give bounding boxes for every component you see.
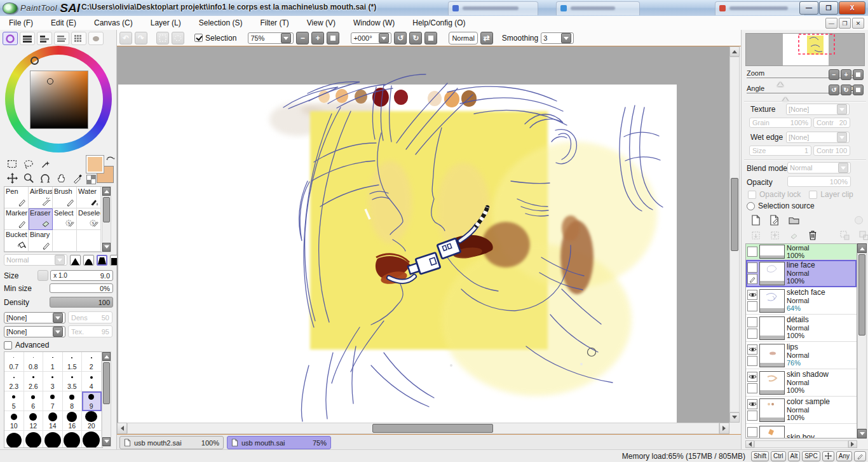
mdi-restore-button[interactable]: ❐ <box>839 18 851 29</box>
zoom-select[interactable]: 75% <box>248 32 294 44</box>
paste-icon[interactable] <box>856 228 868 242</box>
menu-layer[interactable]: Layer (L) <box>142 17 190 29</box>
merge-down-icon[interactable] <box>767 228 782 242</box>
menu-help-config[interactable]: Help/Config (O) <box>403 17 474 29</box>
brush-edge-select[interactable]: Normal <box>4 254 67 266</box>
tool-deselect[interactable]: Deselect <box>77 208 101 230</box>
layer-visibility-checkbox[interactable] <box>747 372 757 382</box>
layer-mask-icon[interactable] <box>851 213 866 227</box>
layer-visibility-checkbox[interactable] <box>747 427 757 437</box>
layer-list-vscroll-thumb[interactable] <box>858 254 865 336</box>
hand-tool-icon[interactable] <box>53 171 70 185</box>
tool-marker[interactable]: Marker <box>4 208 29 230</box>
menu-edit[interactable]: Edit (E) <box>42 17 85 29</box>
size-cell[interactable]: 3 <box>43 372 63 391</box>
move-tool-icon[interactable] <box>4 171 20 185</box>
layer-row-lips[interactable]: lips Normal 76% <box>746 342 857 369</box>
layer-list-horizontal-scrollbar[interactable] <box>745 440 857 448</box>
transparent-color-swatch[interactable] <box>86 175 96 184</box>
navigator-thumbnail[interactable] <box>745 33 865 66</box>
layer-clip-checkbox[interactable] <box>747 411 757 421</box>
layer-clip-checkbox[interactable] <box>747 438 757 439</box>
layer-clip-checkbox[interactable] <box>747 383 757 393</box>
texture-contrast-box[interactable]: Contr20 <box>813 118 850 128</box>
size-cell-selected[interactable]: 9 <box>82 391 102 411</box>
select-pixels-icon[interactable] <box>837 228 852 242</box>
layer-clip-checkbox[interactable] <box>809 191 817 199</box>
nav-zoom-reset-button[interactable] <box>853 69 864 80</box>
min-size-bar[interactable]: 0% <box>50 283 113 293</box>
magic-wand-tool-icon[interactable] <box>37 157 53 171</box>
texture-slot2-select[interactable]: [None] <box>4 326 65 337</box>
size-cell[interactable]: 0.7 <box>4 352 24 372</box>
blend-mode-select[interactable]: Normal <box>787 162 851 173</box>
scratchpad-tab-icon[interactable] <box>88 32 104 45</box>
layer-visibility-checkbox[interactable] <box>747 317 757 327</box>
wet-edge-size-bar[interactable]: Size1 <box>749 146 811 156</box>
new-lineart-layer-icon[interactable] <box>767 213 782 227</box>
size-cell[interactable] <box>24 431 44 448</box>
layer-row-skin-shadow[interactable]: skin shadow Normal 100% <box>746 369 857 397</box>
layer-visibility-checkbox[interactable] <box>747 262 757 273</box>
float-selection-button[interactable] <box>156 32 169 44</box>
zoom-tool-icon[interactable] <box>20 171 37 185</box>
rotate-canvas-tool-icon[interactable] <box>37 171 53 185</box>
layer-clip-checkbox[interactable] <box>747 301 757 311</box>
delete-layer-icon[interactable] <box>805 228 820 242</box>
tool-brush[interactable]: Brush <box>53 187 77 208</box>
size-cell[interactable]: 16 <box>63 411 83 431</box>
tool-binary[interactable]: Binary <box>29 230 53 252</box>
mixed-slider-tab-icon[interactable] <box>54 32 69 45</box>
layer-visibility-checkbox[interactable] <box>747 399 757 409</box>
menu-file[interactable]: File (F) <box>0 17 42 29</box>
smoothing-select[interactable]: 3 <box>541 32 574 44</box>
canvas-vscroll-thumb[interactable] <box>731 178 738 251</box>
sv-marker[interactable] <box>47 78 53 85</box>
layer-visibility-checkbox[interactable] <box>747 344 757 355</box>
texture-slot1-value[interactable]: Dens50 <box>68 311 112 323</box>
swap-colors-icon[interactable] <box>106 156 115 165</box>
size-unit-button[interactable] <box>37 270 48 281</box>
document-tab-usb-mouth[interactable]: usb mouth.sai 75% <box>227 436 331 449</box>
advanced-checkbox[interactable] <box>4 341 12 350</box>
brush-shape-trapezoid-icon[interactable] <box>97 255 107 266</box>
size-cell[interactable] <box>82 431 102 448</box>
flip-horizontal-button[interactable]: ⇄ <box>480 32 493 44</box>
document-tab-usb-mouth2[interactable]: usb mouth2.sai 100% <box>119 436 224 449</box>
undo-button[interactable]: ↶ <box>119 32 132 44</box>
size-value-bar[interactable]: x 1.09.0 <box>50 270 113 281</box>
opacity-bar[interactable]: 100% <box>787 176 851 187</box>
swatches-tab-icon[interactable] <box>71 32 86 45</box>
size-cell[interactable]: 10 <box>4 411 24 431</box>
size-cell[interactable]: 2.3 <box>4 372 24 391</box>
nav-zoom-out-button[interactable]: − <box>829 69 839 80</box>
eyedropper-tool-icon[interactable] <box>70 171 86 185</box>
menu-selection[interactable]: Selection (S) <box>190 17 252 29</box>
layer-row-partial[interactable]: Normal 100% <box>746 244 857 260</box>
tool-airbrush[interactable]: AirBrush <box>29 187 53 208</box>
wet-edge-select[interactable]: [None] <box>786 132 850 143</box>
canvas-hscroll-thumb[interactable] <box>372 424 493 433</box>
color-wheel-tab-icon[interactable] <box>3 32 18 45</box>
tool-grid-scrollbar[interactable] <box>102 186 111 252</box>
saturation-value-square[interactable] <box>30 71 88 129</box>
size-cell[interactable]: 3.5 <box>63 372 83 391</box>
tool-eraser[interactable]: Eraser <box>29 208 53 230</box>
redo-button[interactable]: ↷ <box>135 32 147 44</box>
canvas-horizontal-scrollbar[interactable] <box>117 423 729 434</box>
clear-layer-icon[interactable] <box>786 228 801 242</box>
close-button[interactable]: X <box>839 1 865 15</box>
canvas-viewport[interactable] <box>117 46 729 423</box>
layer-list-vertical-scrollbar[interactable] <box>857 243 867 438</box>
new-layer-icon[interactable] <box>748 213 763 227</box>
size-cell[interactable]: 2.6 <box>24 372 44 391</box>
layer-row-sketch-face[interactable]: sketch face Normal 64% <box>746 287 857 315</box>
brush-shape-round-icon[interactable] <box>83 255 94 266</box>
size-cell[interactable] <box>43 431 63 448</box>
layer-row-details[interactable]: détails Normal 100% <box>746 315 857 342</box>
layer-row-line-face[interactable]: line face Normal 100% <box>746 260 857 287</box>
size-cell[interactable]: 6 <box>24 391 44 411</box>
paint-mode-button[interactable]: Normal <box>449 32 477 44</box>
size-cell[interactable]: 5 <box>4 391 24 411</box>
zoom-in-button[interactable]: + <box>311 32 324 44</box>
